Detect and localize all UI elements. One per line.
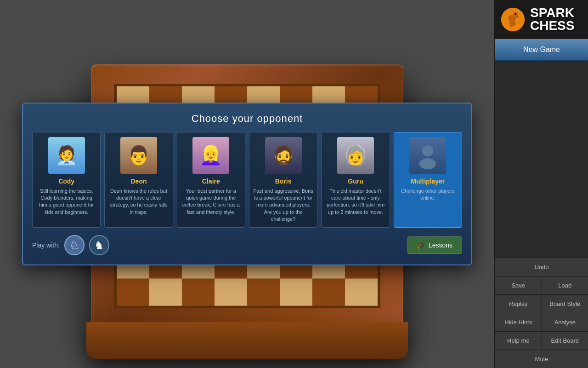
analyse-button[interactable]: Analyse xyxy=(542,313,588,331)
sidebar-header: SPARK CHESS xyxy=(495,0,588,39)
opponent-guru[interactable]: 🧓 Guru This old master doesn't care abou… xyxy=(321,132,390,228)
chess-text: CHESS xyxy=(530,19,574,32)
svg-point-1 xyxy=(419,158,436,169)
undo-section: Undo xyxy=(495,258,588,276)
spark-text: SPARK xyxy=(530,6,574,19)
board-style-button[interactable]: Board Style xyxy=(542,295,588,313)
black-piece-button[interactable]: ♞ xyxy=(89,235,109,255)
opponent-claire[interactable]: 👱‍♀️ Claire Your best partner for a quic… xyxy=(177,132,245,228)
graduation-icon: 🎓 xyxy=(417,242,425,249)
undo-button[interactable]: Undo xyxy=(495,258,588,276)
save-load-row: Save Load xyxy=(495,276,588,294)
multiplayer-name: Multiplayer xyxy=(398,178,458,185)
guru-name: Guru xyxy=(325,178,385,185)
guru-avatar: 🧓 xyxy=(337,137,374,174)
save-button[interactable]: Save xyxy=(495,276,542,294)
claire-desc: Your best partner for a quick game durin… xyxy=(181,188,241,216)
opponent-boris[interactable]: 🧔 Boris Fast and aggressive, Boris is a … xyxy=(249,132,317,228)
dialog-overlay: Choose your opponent 🧑‍💼 Cody Still lear… xyxy=(0,0,494,368)
svg-point-3 xyxy=(514,13,516,15)
deon-avatar: 👨 xyxy=(120,137,157,174)
lessons-label: Lessons xyxy=(429,242,452,249)
deon-desc: Deon knows the rules but doesn't have a … xyxy=(108,188,169,216)
dialog-title: Choose your opponent xyxy=(32,113,462,125)
replay-boardstyle-row: Replay Board Style xyxy=(495,294,588,313)
hide-hints-button[interactable]: Hide Hints xyxy=(495,313,542,331)
new-game-button[interactable]: New Game xyxy=(495,39,588,61)
hints-analyse-row: Hide Hints Analyse xyxy=(495,313,588,331)
white-knight-icon: ♘ xyxy=(69,239,79,252)
boris-avatar: 🧔 xyxy=(265,137,302,174)
spark-chess-logo xyxy=(499,6,526,33)
horse-logo-svg xyxy=(500,7,526,32)
chess-board-area: Choose your opponent 🧑‍💼 Cody Still lear… xyxy=(0,0,494,368)
guru-desc: This old master doesn't care about time … xyxy=(325,188,385,216)
help-me-button[interactable]: Help me xyxy=(495,332,542,350)
mute-section: Mute xyxy=(495,350,588,368)
replay-button[interactable]: Replay xyxy=(495,295,542,313)
deon-name: Deon xyxy=(108,178,169,185)
boris-name: Boris xyxy=(253,178,313,185)
svg-point-0 xyxy=(422,145,433,156)
load-button[interactable]: Load xyxy=(542,276,588,294)
opponent-cody[interactable]: 🧑‍💼 Cody Still learning the basics, Cody… xyxy=(32,132,101,228)
play-with-label: Play with: xyxy=(32,242,60,249)
edit-board-button[interactable]: Edit Board xyxy=(542,332,588,350)
cody-avatar: 🧑‍💼 xyxy=(48,137,85,174)
dialog-footer: Play with: ♘ ♞ 🎓 Lessons xyxy=(32,235,462,255)
cody-name: Cody xyxy=(36,178,96,185)
sidebar: SPARK CHESS New Game Undo Save Load Repl… xyxy=(494,0,588,368)
claire-name: Claire xyxy=(181,178,241,185)
multiplayer-avatar xyxy=(409,137,446,174)
sidebar-spacer xyxy=(495,61,588,258)
opponents-grid: 🧑‍💼 Cody Still learning the basics, Cody… xyxy=(32,132,462,228)
choose-opponent-dialog: Choose your opponent 🧑‍💼 Cody Still lear… xyxy=(22,103,472,266)
lessons-button[interactable]: 🎓 Lessons xyxy=(407,236,462,254)
black-knight-icon: ♞ xyxy=(94,239,104,252)
mute-button[interactable]: Mute xyxy=(495,350,588,368)
opponent-deon[interactable]: 👨 Deon Deon knows the rules but doesn't … xyxy=(104,132,173,228)
multiplayer-desc: Challenge other players online. xyxy=(398,188,458,202)
claire-avatar: 👱‍♀️ xyxy=(192,137,229,174)
cody-desc: Still learning the basics, Cody blunders… xyxy=(36,188,96,216)
spark-chess-title: SPARK CHESS xyxy=(530,6,574,32)
white-piece-button[interactable]: ♘ xyxy=(64,235,85,255)
boris-desc: Fast and aggressive, Boris is a powerful… xyxy=(253,188,313,223)
helpme-editboard-row: Help me Edit Board xyxy=(495,331,588,350)
opponent-multiplayer[interactable]: Multiplayer Challenge other players onli… xyxy=(394,132,462,228)
multiplayer-silhouette xyxy=(414,142,441,169)
play-with-section: Play with: ♘ ♞ xyxy=(32,235,109,255)
